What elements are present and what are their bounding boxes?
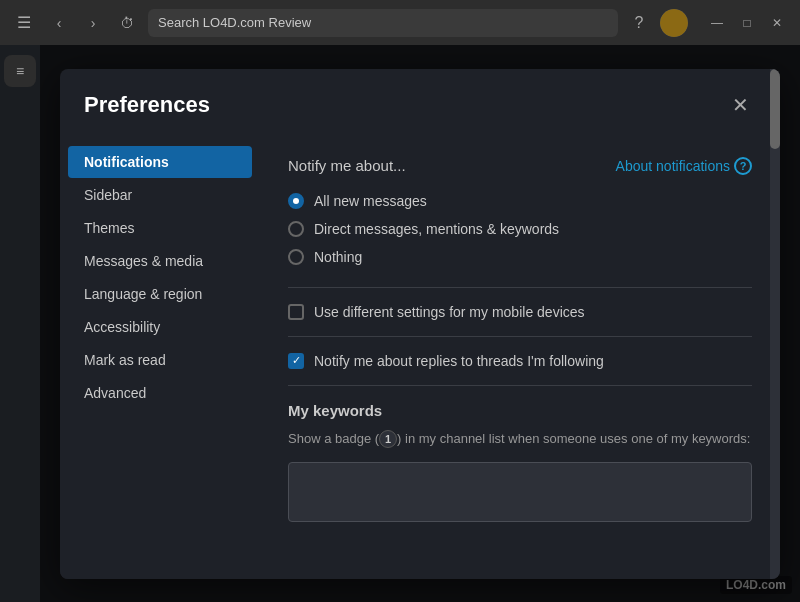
- preferences-content: Notify me about... About notifications ?…: [260, 137, 780, 579]
- about-link-text: About notifications: [616, 158, 730, 174]
- keywords-textarea[interactable]: [288, 462, 752, 522]
- scrollbar-track[interactable]: [770, 137, 780, 579]
- threads-checkbox-label: Notify me about replies to threads I'm f…: [314, 353, 604, 369]
- minimize-button[interactable]: —: [704, 10, 730, 36]
- sidebar-item-advanced[interactable]: Advanced: [68, 377, 252, 409]
- notify-label: Notify me about...: [288, 157, 406, 174]
- browser-chrome: ☰ ‹ › ⏱ Search LO4D.com Review ? — □ ✕: [0, 0, 800, 45]
- keywords-desc-part2: ) in my channel list when someone uses o…: [397, 431, 750, 446]
- help-icon[interactable]: ?: [626, 10, 652, 36]
- threads-checkbox-option[interactable]: Notify me about replies to threads I'm f…: [288, 353, 752, 369]
- close-window-button[interactable]: ✕: [764, 10, 790, 36]
- app-main: Preferences ✕ Notifications Sidebar Them…: [40, 45, 800, 602]
- notification-radio-group: All new messages Direct messages, mentio…: [288, 193, 752, 265]
- maximize-button[interactable]: □: [734, 10, 760, 36]
- svg-point-1: [660, 9, 688, 37]
- hamburger-menu-icon[interactable]: ☰: [10, 9, 38, 37]
- sidebar-item-messages-media[interactable]: Messages & media: [68, 245, 252, 277]
- about-notifications-link[interactable]: About notifications ?: [616, 157, 752, 175]
- history-button[interactable]: ⏱: [114, 10, 140, 36]
- modal-overlay: Preferences ✕ Notifications Sidebar Them…: [40, 45, 800, 602]
- forward-button[interactable]: ›: [80, 10, 106, 36]
- sidebar-item-notifications[interactable]: Notifications: [68, 146, 252, 178]
- help-circle-icon: ?: [734, 157, 752, 175]
- sidebar-strip-icon[interactable]: ≡: [4, 55, 36, 87]
- sidebar-item-language-region[interactable]: Language & region: [68, 278, 252, 310]
- mobile-checkbox-label: Use different settings for my mobile dev…: [314, 304, 585, 320]
- app-sidebar-strip: ≡: [0, 45, 40, 602]
- preferences-sidebar: Notifications Sidebar Themes Messages & …: [60, 137, 260, 579]
- user-avatar[interactable]: [660, 9, 688, 37]
- keywords-description: Show a badge (1) in my channel list when…: [288, 429, 752, 449]
- divider-2: [288, 336, 752, 337]
- keywords-title: My keywords: [288, 402, 752, 419]
- radio-all-input[interactable]: [288, 193, 304, 209]
- dialog-title: Preferences: [84, 92, 210, 118]
- mobile-checkbox-input[interactable]: [288, 304, 304, 320]
- dialog-close-button[interactable]: ✕: [724, 89, 756, 121]
- radio-option-all[interactable]: All new messages: [288, 193, 752, 209]
- sidebar-item-themes[interactable]: Themes: [68, 212, 252, 244]
- radio-all-label: All new messages: [314, 193, 427, 209]
- dialog-body: Notifications Sidebar Themes Messages & …: [60, 137, 780, 579]
- keywords-section: My keywords Show a badge (1) in my chann…: [288, 402, 752, 527]
- dialog-header: Preferences ✕: [60, 69, 780, 137]
- radio-option-nothing[interactable]: Nothing: [288, 249, 752, 265]
- divider-1: [288, 287, 752, 288]
- window-controls: — □ ✕: [704, 10, 790, 36]
- keywords-desc-part1: Show a badge (: [288, 431, 379, 446]
- sidebar-item-mark-as-read[interactable]: Mark as read: [68, 344, 252, 376]
- radio-option-direct[interactable]: Direct messages, mentions & keywords: [288, 221, 752, 237]
- radio-direct-label: Direct messages, mentions & keywords: [314, 221, 559, 237]
- radio-nothing-label: Nothing: [314, 249, 362, 265]
- sidebar-item-accessibility[interactable]: Accessibility: [68, 311, 252, 343]
- mobile-checkbox-option[interactable]: Use different settings for my mobile dev…: [288, 304, 752, 320]
- divider-3: [288, 385, 752, 386]
- scrollbar-thumb[interactable]: [770, 137, 780, 149]
- back-button[interactable]: ‹: [46, 10, 72, 36]
- app-area: ≡ Preferences ✕ Notifications Sidebar: [0, 45, 800, 602]
- keywords-badge: 1: [379, 430, 397, 448]
- address-bar[interactable]: Search LO4D.com Review: [148, 9, 618, 37]
- threads-checkbox-input[interactable]: [288, 353, 304, 369]
- radio-direct-input[interactable]: [288, 221, 304, 237]
- radio-nothing-input[interactable]: [288, 249, 304, 265]
- section-header: Notify me about... About notifications ?: [288, 157, 752, 175]
- sidebar-item-sidebar[interactable]: Sidebar: [68, 179, 252, 211]
- preferences-dialog: Preferences ✕ Notifications Sidebar Them…: [60, 69, 780, 579]
